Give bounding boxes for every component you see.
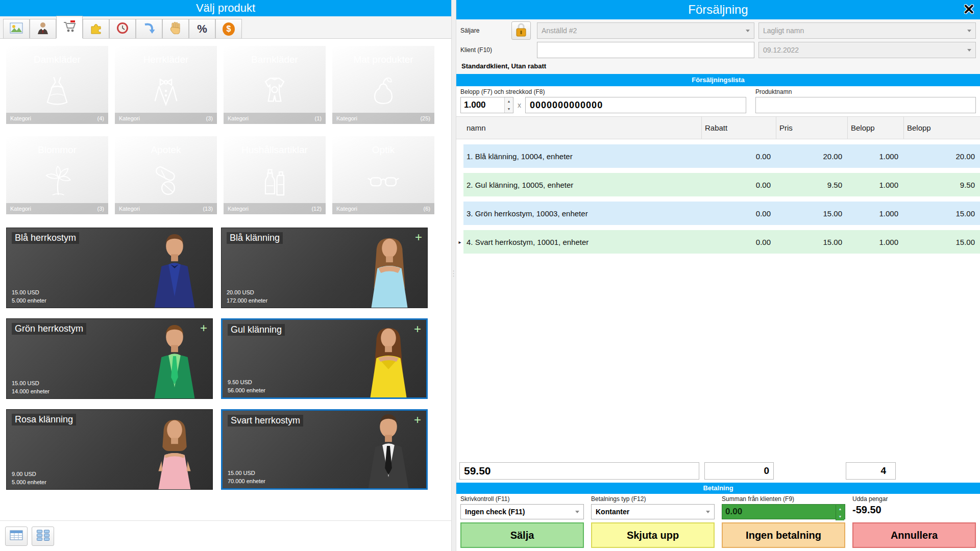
suit-icon bbox=[115, 72, 217, 109]
check-select[interactable]: Ingen check (F11) bbox=[460, 504, 584, 519]
chevron-down-icon bbox=[706, 511, 710, 513]
product-name: Svart herrkostym bbox=[228, 415, 303, 427]
cancel-button[interactable]: Annullera bbox=[852, 522, 976, 548]
tab-price[interactable]: $ bbox=[215, 19, 242, 38]
row-marker bbox=[456, 173, 463, 196]
category-tile-barnklader[interactable]: Barnkläder Kategori(1) bbox=[224, 46, 326, 124]
product-name: Grön herrkostym bbox=[12, 323, 86, 335]
postpone-button[interactable]: Skjuta upp bbox=[591, 522, 715, 548]
category-tile-hushallsartiklar[interactable]: Hushållsartiklar Kategori(12) bbox=[224, 136, 326, 214]
seller-select[interactable]: Anställd #2 bbox=[537, 22, 754, 39]
category-count: (3) bbox=[206, 115, 213, 121]
tab-discount[interactable]: % bbox=[189, 19, 215, 38]
product-tile-gul-klanning[interactable]: Gul klänning + 9.50 USD 56.000 enheter bbox=[221, 318, 428, 399]
sale-panel-title-bar: Försäljning ✕ bbox=[456, 0, 980, 19]
product-stock: 56.000 enheter bbox=[228, 387, 265, 393]
grid-view-button[interactable] bbox=[32, 527, 54, 546]
column-header-pris[interactable]: Pris bbox=[776, 117, 847, 139]
splitter-handle-icon: ∙∙∙ bbox=[453, 269, 454, 277]
category-type-label: Kategori bbox=[119, 115, 140, 121]
pear-icon bbox=[332, 72, 434, 109]
quantity-spin-buttons[interactable]: ▲▼ bbox=[504, 97, 513, 113]
spin-up-icon[interactable]: ▲ bbox=[505, 97, 513, 105]
tab-customers[interactable] bbox=[30, 19, 56, 38]
add-product-icon[interactable]: + bbox=[200, 321, 207, 335]
product-grid: Blå herrkostym 15.00 USD 5.000 enheter B… bbox=[6, 228, 445, 490]
sales-table: namn Rabatt Pris Belopp Belopp 1. Blå kl… bbox=[456, 116, 980, 460]
spin-up-icon[interactable]: ▲ bbox=[836, 505, 844, 513]
row-rabatt: 0.00 bbox=[701, 230, 776, 254]
product-tile-rosa-klanning[interactable]: Rosa klänning 9.00 USD 5.000 enheter bbox=[6, 409, 213, 490]
table-view-button[interactable] bbox=[5, 527, 28, 546]
table-row[interactable]: ▸ 4. Svart herrkostym, 10001, enheter 0.… bbox=[456, 230, 980, 254]
saljare-label: Säljare bbox=[460, 27, 507, 34]
table-row[interactable]: 2. Gul klänning, 10005, enheter 0.00 9.5… bbox=[456, 173, 980, 196]
table-row[interactable]: 1. Blå klänning, 10004, enheter 0.00 20.… bbox=[456, 144, 980, 168]
udda-pengar-label: Udda pengar bbox=[852, 495, 976, 503]
category-tile-apotek[interactable]: Apotek Kategori(13) bbox=[115, 136, 217, 214]
product-tile-bla-herrkostym[interactable]: Blå herrkostym 15.00 USD 5.000 enheter bbox=[6, 228, 213, 308]
close-icon[interactable]: ✕ bbox=[963, 0, 975, 19]
sell-button[interactable]: Sälja bbox=[460, 522, 584, 548]
person-icon bbox=[37, 22, 48, 36]
no-payment-button[interactable]: Ingen betalning bbox=[722, 522, 845, 548]
category-type-label: Kategori bbox=[336, 206, 357, 212]
product-tile-svart-herrkostym[interactable]: Svart herrkostym + 15.00 USD 70.000 enhe… bbox=[221, 409, 428, 490]
tab-products[interactable] bbox=[56, 16, 83, 38]
column-header-belopp[interactable]: Belopp bbox=[847, 117, 903, 139]
tab-hold[interactable] bbox=[162, 19, 189, 38]
product-stock: 172.000 enheter bbox=[227, 297, 267, 304]
row-sum: 9.50 bbox=[903, 173, 980, 196]
date-select[interactable]: 09.12.2022 bbox=[758, 42, 976, 58]
category-tile-herrklader[interactable]: Herrkläder Kategori(3) bbox=[115, 46, 217, 124]
column-header-belopp2[interactable]: Belopp bbox=[903, 117, 980, 139]
row-pris: 20.00 bbox=[776, 144, 847, 168]
panel-splitter[interactable]: ∙∙∙ bbox=[451, 0, 456, 551]
tab-time[interactable] bbox=[109, 19, 136, 38]
category-tile-damklader[interactable]: Damkläder Kategori(4) bbox=[6, 46, 108, 124]
category-count: (3) bbox=[97, 206, 104, 212]
product-tile-bla-klanning[interactable]: Blå klänning + 20.00 USD 172.000 enheter bbox=[221, 228, 428, 308]
total-sum: 59.50 bbox=[459, 462, 699, 480]
spin-down-icon[interactable]: ▼ bbox=[505, 105, 513, 113]
legal-name-select[interactable]: Lagligt namn bbox=[758, 22, 976, 39]
product-photo bbox=[139, 231, 210, 308]
add-product-icon[interactable]: + bbox=[414, 322, 421, 336]
category-type-label: Kategori bbox=[10, 115, 31, 121]
clock-icon bbox=[116, 22, 129, 36]
cart-icon bbox=[63, 20, 76, 35]
category-tile-optik[interactable]: Optik Kategori(6) bbox=[332, 136, 434, 214]
column-header-namn[interactable]: namn bbox=[463, 117, 701, 139]
dollar-icon: $ bbox=[223, 22, 235, 36]
product-price: 15.00 USD bbox=[228, 470, 255, 476]
product-price: 9.50 USD bbox=[228, 379, 252, 385]
column-header-rabatt[interactable]: Rabatt bbox=[701, 117, 776, 139]
picture-icon bbox=[10, 22, 23, 36]
add-product-icon[interactable]: + bbox=[414, 413, 421, 427]
row-marker: ▸ bbox=[456, 230, 463, 254]
barcode-input[interactable] bbox=[525, 97, 746, 113]
product-name-input[interactable] bbox=[755, 97, 976, 113]
payment-type-select[interactable]: Kontanter bbox=[591, 504, 715, 519]
tab-addons[interactable] bbox=[83, 19, 109, 38]
add-product-icon[interactable]: + bbox=[415, 230, 422, 244]
client-input[interactable] bbox=[537, 42, 754, 58]
category-tile-mat-produkter[interactable]: Mat produkter Kategori(25) bbox=[332, 46, 434, 124]
percent-icon: % bbox=[197, 22, 207, 36]
amount-spin-buttons[interactable]: ▲▼ bbox=[836, 505, 844, 520]
row-qty: 1.000 bbox=[847, 144, 903, 168]
tab-pictures[interactable] bbox=[3, 19, 30, 38]
puzzle-icon bbox=[90, 22, 102, 36]
sales-list-header: Försäljningslista bbox=[456, 74, 980, 86]
amount-from-client-input[interactable] bbox=[722, 505, 845, 519]
category-tile-blommor[interactable]: Blommor Kategori(3) bbox=[6, 136, 108, 214]
product-price: 15.00 USD bbox=[12, 289, 39, 295]
lock-button[interactable] bbox=[511, 21, 531, 40]
tab-returns[interactable] bbox=[136, 19, 162, 38]
undo-arrow-icon bbox=[143, 22, 155, 36]
spin-down-icon[interactable]: ▼ bbox=[836, 513, 844, 520]
row-rabatt: 0.00 bbox=[701, 144, 776, 168]
product-tile-gron-herrkostym[interactable]: Grön herrkostym + 15.00 USD 14.000 enhet… bbox=[6, 318, 213, 399]
table-row[interactable]: 3. Grön herrkostym, 10003, enheter 0.00 … bbox=[456, 202, 980, 225]
row-marker bbox=[456, 202, 463, 225]
